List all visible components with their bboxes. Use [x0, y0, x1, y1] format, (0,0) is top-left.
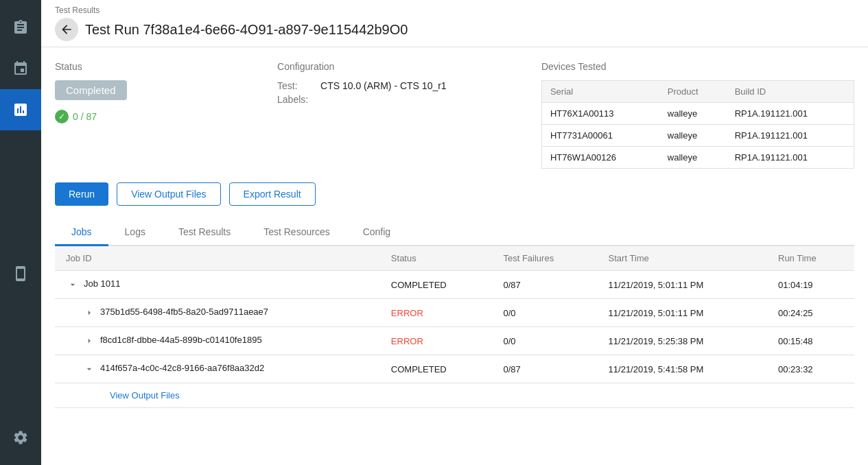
- device-product: walleye: [659, 125, 727, 147]
- device-serial: HT7731A00061: [541, 125, 659, 147]
- tab-config[interactable]: Config: [347, 219, 407, 246]
- job-id-cell: 375b1d55-6498-4fb5-8a20-5ad9711aeae7: [55, 299, 380, 327]
- job-id-cell: f8cd1c8f-dbbe-44a5-899b-c01410fe1895: [55, 327, 380, 355]
- sidebar-item-clipboard[interactable]: [0, 7, 41, 48]
- devices-label: Devices Tested: [541, 61, 854, 72]
- expand-icon[interactable]: [82, 334, 96, 348]
- sidebar-item-device[interactable]: [0, 253, 41, 294]
- job-status-cell: ERROR: [380, 299, 493, 327]
- config-labels-key: Labels:: [277, 94, 315, 105]
- job-id-cell: 414f657a-4c0c-42c8-9166-aa76f8aa32d2: [55, 355, 380, 383]
- device-build: RP1A.191121.001: [727, 147, 854, 169]
- job-failures-cell: 0/87: [492, 355, 597, 383]
- job-id: 414f657a-4c0c-42c8-9166-aa76f8aa32d2: [100, 363, 264, 373]
- export-button[interactable]: Export Result: [229, 182, 316, 206]
- job-run-cell: 01:04:19: [767, 271, 854, 299]
- jobs-col-status: Status: [380, 246, 493, 271]
- job-start-cell: 11/21/2019, 5:25:38 PM: [598, 327, 767, 355]
- job-id-cell: Job 1011: [55, 271, 380, 299]
- content-area: Status Completed ✓ 0 / 87 Configuration …: [41, 47, 868, 465]
- view-output-button[interactable]: View Output Files: [117, 182, 220, 206]
- job-id: f8cd1c8f-dbbe-44a5-899b-c01410fe1895: [100, 335, 262, 345]
- jobs-col-run: Run Time: [767, 246, 854, 271]
- job-start-cell: 11/21/2019, 5:01:11 PM: [598, 299, 767, 327]
- job-id: 375b1d55-6498-4fb5-8a20-5ad9711aeae7: [100, 307, 268, 317]
- job-id: Job 1011: [84, 278, 121, 289]
- config-block: Configuration Test: CTS 10.0 (ARM) - CTS…: [277, 61, 541, 108]
- config-test-key: Test:: [277, 80, 315, 91]
- job-run-cell: 00:23:32: [767, 355, 854, 383]
- config-labels-row: Labels:: [277, 94, 528, 105]
- devices-col-product: Product: [659, 81, 727, 103]
- pass-icon: ✓: [55, 110, 69, 123]
- devices-block: Devices Tested Serial Product Build ID H…: [541, 61, 854, 169]
- tab-logs[interactable]: Logs: [108, 219, 162, 246]
- pass-indicator: ✓ 0 / 87: [55, 110, 263, 123]
- job-run-cell: 00:24:25: [767, 299, 854, 327]
- config-test-val: CTS 10.0 (ARM) - CTS 10_r1: [320, 80, 447, 91]
- sidebar: [0, 0, 41, 465]
- main-content: Test Results Test Run 7f38a1e4-6e66-4O91…: [41, 0, 868, 465]
- collapse-icon[interactable]: [82, 362, 96, 376]
- devices-col-build: Build ID: [727, 81, 854, 103]
- header: Test Results Test Run 7f38a1e4-6e66-4O91…: [41, 0, 868, 47]
- table-row: HT76W1A00126 walleye RP1A.191121.001: [541, 147, 854, 169]
- jobs-col-failures: Test Failures: [492, 246, 597, 271]
- device-build: RP1A.191121.001: [727, 103, 854, 125]
- job-run-cell: 00:15:48: [767, 327, 854, 355]
- device-product: walleye: [659, 147, 727, 169]
- jobs-table: Job ID Status Test Failures Start Time R…: [55, 246, 854, 383]
- sidebar-item-settings[interactable]: [0, 417, 41, 458]
- expand-icon[interactable]: [82, 306, 96, 320]
- table-row: 414f657a-4c0c-42c8-9166-aa76f8aa32d2 COM…: [55, 355, 854, 383]
- tab-test-resources[interactable]: Test Resources: [247, 219, 346, 246]
- device-build: RP1A.191121.001: [727, 125, 854, 147]
- action-buttons: Rerun View Output Files Export Result: [55, 182, 854, 206]
- device-serial: HT76W1A00126: [541, 147, 659, 169]
- job-start-cell: 11/21/2019, 5:01:11 PM: [598, 271, 767, 299]
- device-serial: HT76X1A00113: [541, 103, 659, 125]
- info-section: Status Completed ✓ 0 / 87 Configuration …: [55, 61, 854, 169]
- table-row: Job 1011 COMPLETED 0/87 11/21/2019, 5:01…: [55, 271, 854, 299]
- job-failures-cell: 0/0: [492, 327, 597, 355]
- devices-col-serial: Serial: [541, 81, 659, 103]
- sidebar-item-calendar[interactable]: [0, 48, 41, 89]
- status-badge: Completed: [55, 80, 127, 100]
- header-title-row: Test Run 7f38a1e4-6e66-4O91-a897-9e11544…: [55, 18, 854, 41]
- table-row: HT7731A00061 walleye RP1A.191121.001: [541, 125, 854, 147]
- config-test-row: Test: CTS 10.0 (ARM) - CTS 10_r1: [277, 80, 528, 91]
- view-output-link[interactable]: View Output Files: [55, 383, 854, 407]
- job-status-cell: COMPLETED: [380, 271, 493, 299]
- devices-table: Serial Product Build ID HT76X1A00113 wal…: [541, 80, 854, 169]
- tab-test-results[interactable]: Test Results: [162, 219, 247, 246]
- table-row: HT76X1A00113 walleye RP1A.191121.001: [541, 103, 854, 125]
- config-label: Configuration: [277, 61, 528, 72]
- breadcrumb: Test Results: [55, 5, 854, 15]
- job-status-cell: ERROR: [380, 327, 493, 355]
- pass-count: 0 / 87: [73, 111, 97, 122]
- jobs-col-start: Start Time: [598, 246, 767, 271]
- back-button[interactable]: [55, 18, 78, 41]
- device-product: walleye: [659, 103, 727, 125]
- job-start-cell: 11/21/2019, 5:41:58 PM: [598, 355, 767, 383]
- job-failures-cell: 0/0: [492, 299, 597, 327]
- tabs: Jobs Logs Test Results Test Resources Co…: [55, 219, 854, 246]
- table-row: f8cd1c8f-dbbe-44a5-899b-c01410fe1895 ERR…: [55, 327, 854, 355]
- status-block: Status Completed ✓ 0 / 87: [55, 61, 277, 123]
- job-status-cell: COMPLETED: [380, 355, 493, 383]
- sidebar-item-chart[interactable]: [0, 89, 41, 130]
- page-title: Test Run 7f38a1e4-6e66-4O91-a897-9e11544…: [85, 22, 408, 38]
- table-row: 375b1d55-6498-4fb5-8a20-5ad9711aeae7 ERR…: [55, 299, 854, 327]
- jobs-col-id: Job ID: [55, 246, 380, 271]
- job-failures-cell: 0/87: [492, 271, 597, 299]
- tab-jobs[interactable]: Jobs: [55, 219, 108, 246]
- collapse-icon[interactable]: [66, 278, 80, 291]
- status-label: Status: [55, 61, 263, 72]
- rerun-button[interactable]: Rerun: [55, 182, 108, 206]
